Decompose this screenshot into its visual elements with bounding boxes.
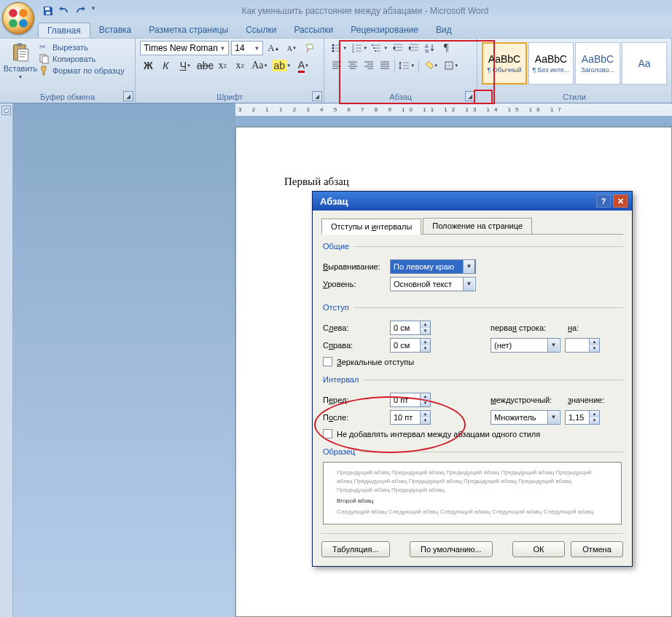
multilevel-button[interactable]: ▼	[370, 41, 390, 55]
after-label: После:	[323, 413, 386, 422]
svg-point-11	[332, 44, 335, 47]
ribbon-tabs: Главная Вставка Разметка страницы Ссылки…	[0, 22, 672, 38]
underline-button[interactable]: Ч ▼	[175, 58, 195, 73]
clipboard-launcher[interactable]: ◢	[123, 91, 133, 101]
indent-left-spin[interactable]: 0 см▲▼	[390, 321, 431, 335]
scissors-icon: ✂	[39, 42, 50, 52]
dialog-tab-position[interactable]: Положение на странице	[423, 218, 532, 234]
dialog-title-bar[interactable]: Абзац ? ✕	[313, 192, 632, 211]
ribbon: Вставить ▼ ✂Вырезать Копировать Формат п…	[0, 38, 672, 103]
svg-rect-7	[17, 43, 22, 47]
bullets-button[interactable]: ▼	[329, 41, 349, 55]
subscript-button[interactable]: x2	[214, 58, 230, 73]
grow-font-button[interactable]: A▲	[265, 41, 281, 55]
by-label: на:	[568, 323, 597, 332]
cut-button[interactable]: ✂Вырезать	[39, 42, 125, 52]
line-spacing-select[interactable]: Множитель▼	[491, 410, 560, 425]
dialog-close-button[interactable]: ✕	[613, 194, 628, 208]
at-spin[interactable]: 1,15▲▼	[565, 410, 600, 425]
office-button[interactable]	[2, 2, 34, 34]
style-heading1[interactable]: AaBbCЗаголово...	[575, 42, 620, 85]
ok-button[interactable]: ОК	[512, 541, 565, 557]
at-label: значение:	[568, 396, 609, 404]
cancel-button[interactable]: Отмена	[571, 541, 623, 557]
svg-point-12	[332, 47, 335, 50]
tab-view[interactable]: Вид	[427, 23, 461, 37]
dialog-tab-indents[interactable]: Отступы и интервалы	[321, 219, 421, 235]
default-button[interactable]: По умолчанию...	[410, 541, 493, 557]
style-normal[interactable]: AaBbC¶ Обычный	[482, 42, 527, 85]
italic-button[interactable]: К	[157, 58, 173, 73]
mirror-indent-check[interactable]: Зеркальные отступы	[323, 357, 622, 366]
shrink-font-button[interactable]: A▼	[284, 41, 300, 55]
numbering-button[interactable]: 123▼	[349, 41, 370, 55]
superscript-button[interactable]: x2	[232, 58, 248, 73]
strike-button[interactable]: abc	[197, 58, 213, 73]
font-group-label: Шрифт	[140, 92, 319, 102]
save-icon[interactable]	[42, 5, 54, 17]
align-select[interactable]: По левому краю▼	[390, 259, 476, 274]
align-center-button[interactable]	[345, 58, 361, 73]
svg-point-3	[19, 19, 28, 28]
svg-rect-8	[18, 49, 28, 60]
font-launcher[interactable]: ◢	[312, 91, 322, 101]
highlight-button[interactable]: ab▼	[271, 58, 292, 73]
tab-mailings[interactable]: Рассылки	[285, 23, 342, 37]
justify-button[interactable]	[377, 58, 393, 73]
svg-point-18	[373, 47, 375, 49]
level-select[interactable]: Основной текст▼	[390, 277, 476, 291]
svg-point-13	[332, 50, 335, 52]
borders-button[interactable]: ▼	[441, 58, 461, 73]
tab-insert[interactable]: Вставка	[90, 23, 141, 37]
indent-left-label: Слева:	[323, 323, 386, 332]
change-case-button[interactable]: Aa ▼	[249, 58, 270, 73]
redo-icon[interactable]	[74, 5, 86, 17]
title-bar: ▼ Как уменьшить расстояние между абзацам…	[0, 0, 672, 22]
decrease-indent-button[interactable]	[390, 41, 406, 55]
paragraph-1[interactable]: Первый абзац	[284, 176, 671, 188]
font-size-combo[interactable]: 14▼	[231, 41, 263, 55]
after-spin[interactable]: 10 пт▲▼	[390, 410, 431, 425]
increase-indent-button[interactable]	[406, 41, 422, 55]
line-spacing-button[interactable]: ▼	[396, 58, 417, 73]
font-color-button[interactable]: A ▼	[293, 58, 313, 73]
first-line-select[interactable]: (нет)▼	[491, 338, 560, 353]
tab-home[interactable]: Главная	[38, 23, 90, 38]
dialog-help-button[interactable]: ?	[596, 194, 611, 208]
format-painter-button[interactable]: Формат по образцу	[39, 66, 125, 76]
level-label: Уровень:	[323, 280, 386, 288]
undo-icon[interactable]	[58, 5, 70, 17]
first-line-label: первая строка:	[491, 323, 563, 332]
font-name-combo[interactable]: Times New Roman▼	[140, 41, 229, 55]
style-no-spacing[interactable]: AaBbC¶ Без инте...	[528, 42, 574, 85]
shading-button[interactable]: ▼	[421, 58, 441, 73]
qat-dropdown-icon[interactable]: ▼	[90, 5, 102, 17]
paragraph-launcher[interactable]: ◢	[465, 91, 475, 101]
tabs-button[interactable]: Табуляция...	[321, 541, 390, 557]
group-sample: Образец Предыдущий абзац Предыдущий абза…	[321, 447, 623, 529]
sample-preview: Предыдущий абзац Предыдущий абзац Предыд…	[323, 462, 622, 524]
tab-references[interactable]: Ссылки	[237, 23, 285, 37]
no-space-same-check[interactable]: Не добавлять интервал между абзацами одн…	[323, 429, 622, 439]
svg-point-2	[9, 19, 17, 28]
style-more[interactable]: Aa	[622, 42, 667, 85]
align-left-button[interactable]	[329, 58, 345, 73]
bold-button[interactable]: Ж	[140, 58, 156, 73]
align-right-button[interactable]	[361, 58, 377, 73]
workspace-background	[13, 103, 235, 617]
sort-button[interactable]: AЯ	[422, 41, 438, 55]
copy-button[interactable]: Копировать	[39, 54, 125, 64]
group-general: Общие Выравнивание: По левому краю▼ Уров…	[321, 242, 623, 299]
tab-review[interactable]: Рецензирование	[342, 23, 427, 37]
svg-rect-10	[42, 56, 48, 63]
first-line-by-spin[interactable]: ▲▼	[565, 338, 600, 353]
styles-gallery[interactable]: AaBbC¶ Обычный AaBbC¶ Без инте... AaBbCЗ…	[482, 41, 667, 85]
indent-right-spin[interactable]: 0 см▲▼	[390, 338, 431, 353]
clear-format-button[interactable]	[302, 41, 318, 55]
paragraph-dialog: Абзац ? ✕ Отступы и интервалы Положение …	[312, 191, 633, 567]
tab-page-layout[interactable]: Разметка страницы	[140, 23, 237, 37]
before-spin[interactable]: 0 пт▲▼	[390, 393, 431, 407]
ruler-corner-icon[interactable]: ▢	[1, 106, 11, 115]
show-marks-button[interactable]: ¶	[438, 41, 454, 55]
paste-button[interactable]: Вставить ▼	[4, 41, 36, 81]
